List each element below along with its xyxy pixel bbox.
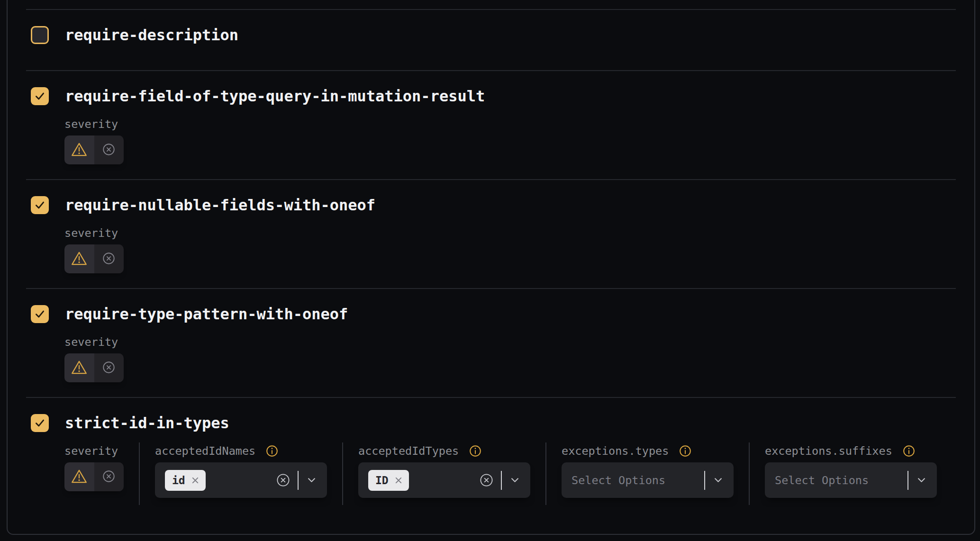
checkmark-icon — [34, 199, 46, 211]
severity-toggle — [64, 353, 124, 382]
chevron-down-icon[interactable] — [511, 478, 519, 483]
rule-header: require-type-pattern-with-oneof — [31, 305, 974, 323]
rule-item: strict-id-in-types severity acce — [8, 397, 974, 505]
rule-checkbox[interactable] — [31, 196, 49, 214]
rule-title: require-description — [65, 26, 238, 44]
rule-checkbox[interactable] — [31, 26, 49, 44]
warning-triangle-icon — [71, 142, 87, 158]
info-icon[interactable] — [469, 445, 481, 457]
circle-x-icon — [102, 470, 115, 484]
row-divider — [26, 397, 956, 398]
select-separator — [298, 471, 299, 490]
warning-triangle-icon — [71, 360, 87, 376]
checkmark-icon — [34, 90, 46, 102]
info-icon[interactable] — [903, 445, 915, 457]
severity-error-button[interactable] — [94, 244, 124, 273]
select-placeholder: Select Options — [775, 474, 869, 487]
rule-title: require-type-pattern-with-oneof — [65, 305, 348, 323]
row-divider — [26, 70, 956, 71]
rule-title: require-field-of-type-query-in-mutation-… — [65, 87, 485, 105]
chevron-down-icon[interactable] — [714, 478, 722, 483]
rule-header: require-description — [31, 26, 974, 44]
accepted-id-names-select[interactable]: id — [155, 462, 327, 498]
exceptions-types-select[interactable]: Select Options — [562, 462, 734, 498]
severity-label: severity — [64, 117, 118, 131]
tag-label: id — [172, 474, 185, 487]
exceptions-suffixes-select[interactable]: Select Options — [765, 462, 937, 498]
column-divider — [342, 442, 343, 505]
row-divider — [26, 9, 956, 10]
rule-item: require-description — [8, 9, 974, 70]
severity-toggle — [64, 462, 124, 491]
warning-triangle-icon — [71, 251, 87, 267]
rule-checkbox[interactable] — [31, 87, 49, 105]
tag-remove-icon[interactable] — [395, 477, 402, 484]
rule-checkbox[interactable] — [31, 414, 49, 432]
severity-error-button[interactable] — [94, 135, 124, 164]
rule-header: require-field-of-type-query-in-mutation-… — [31, 87, 974, 105]
rule-config: severity — [64, 117, 974, 164]
option-label: acceptedIdNames — [155, 444, 255, 458]
rule-header: strict-id-in-types — [31, 414, 974, 432]
rule-config: severity — [64, 226, 974, 273]
row-divider — [26, 288, 956, 289]
rule-title: require-nullable-fields-with-oneof — [65, 196, 375, 214]
rules-panel: require-description require-field-of-typ… — [7, 0, 975, 535]
rule-header: require-nullable-fields-with-oneof — [31, 196, 974, 214]
exceptions-suffixes-column: exceptions.suffixes Select Options — [765, 444, 937, 505]
rule-config: severity acceptedIdNames — [64, 444, 974, 505]
column-divider — [545, 442, 546, 505]
chevron-down-icon[interactable] — [917, 478, 926, 483]
clear-all-icon[interactable] — [276, 473, 290, 487]
accepted-id-names-column: acceptedIdNames id — [155, 444, 327, 505]
severity-label: severity — [64, 335, 118, 349]
select-separator — [907, 471, 908, 490]
select-separator — [501, 471, 502, 490]
option-label: exceptions.types — [562, 444, 669, 458]
rule-item: require-type-pattern-with-oneof severity — [8, 288, 974, 397]
rule-config: severity — [64, 335, 974, 382]
severity-warn-button[interactable] — [64, 135, 94, 164]
checkmark-icon — [34, 417, 46, 429]
select-separator — [704, 471, 705, 490]
rule-item: require-field-of-type-query-in-mutation-… — [8, 70, 974, 179]
tag-chip: ID — [368, 470, 409, 491]
select-placeholder: Select Options — [572, 474, 665, 487]
column-divider — [139, 442, 140, 505]
circle-x-icon — [102, 361, 115, 375]
severity-warn-button[interactable] — [64, 353, 94, 382]
severity-toggle — [64, 135, 124, 164]
rule-checkbox[interactable] — [31, 305, 49, 323]
option-label: exceptions.suffixes — [765, 444, 892, 458]
column-divider — [749, 442, 750, 505]
tag-label: ID — [375, 474, 389, 487]
severity-warn-button[interactable] — [64, 244, 94, 273]
accepted-id-types-select[interactable]: ID — [358, 462, 530, 498]
info-icon[interactable] — [679, 445, 691, 457]
severity-toggle — [64, 244, 124, 273]
circle-x-icon — [102, 143, 115, 157]
severity-error-button[interactable] — [94, 353, 124, 382]
chevron-down-icon[interactable] — [308, 478, 316, 483]
severity-label: severity — [64, 226, 118, 240]
accepted-id-types-column: acceptedIdTypes ID — [358, 444, 530, 505]
exceptions-types-column: exceptions.types Select Options — [562, 444, 734, 505]
info-icon[interactable] — [266, 445, 278, 457]
warning-triangle-icon — [71, 469, 87, 485]
severity-error-button[interactable] — [94, 462, 124, 491]
circle-x-icon — [102, 252, 115, 266]
severity-warn-button[interactable] — [64, 462, 94, 491]
clear-all-icon[interactable] — [480, 473, 493, 487]
checkmark-icon — [34, 308, 46, 320]
tag-chip: id — [165, 470, 206, 491]
row-divider — [26, 179, 956, 180]
severity-column: severity — [64, 444, 124, 505]
severity-label: severity — [64, 444, 118, 458]
tag-remove-icon[interactable] — [191, 477, 199, 484]
rule-title: strict-id-in-types — [65, 414, 229, 432]
option-label: acceptedIdTypes — [358, 444, 459, 458]
rule-item: require-nullable-fields-with-oneof sever… — [8, 179, 974, 288]
